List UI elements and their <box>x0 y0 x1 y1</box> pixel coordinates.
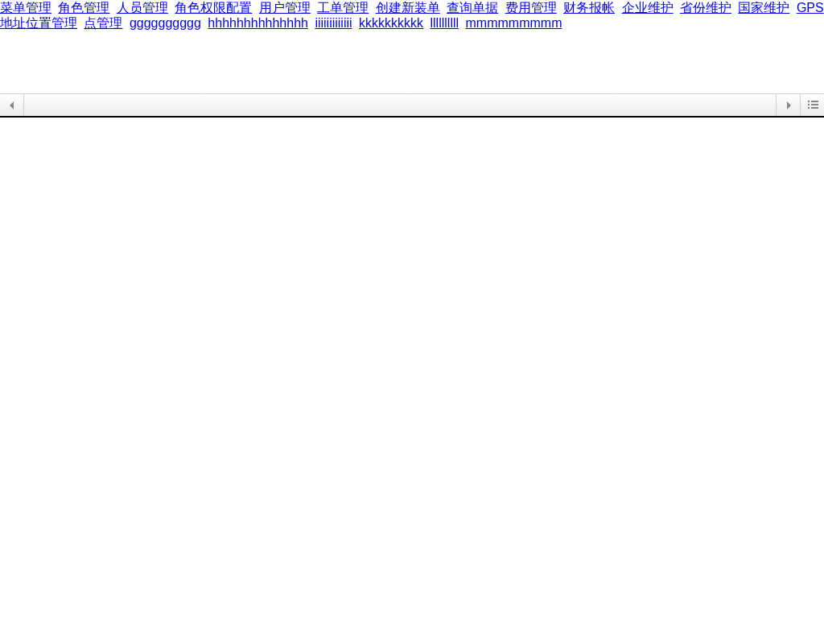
nav-link-i[interactable]: iiiiiiiiiiiii <box>315 16 352 30</box>
arrow-left-icon <box>9 98 15 113</box>
list-icon <box>807 98 818 113</box>
nav-link-point-mgmt[interactable]: 点管理 <box>84 16 122 30</box>
tab-scroll-left-button[interactable] <box>0 94 24 116</box>
svg-marker-1 <box>787 101 791 109</box>
svg-point-2 <box>807 101 809 102</box>
nav-link-enterprise-maint[interactable]: 企业维护 <box>622 1 674 14</box>
nav-link-workorder-mgmt[interactable]: 工单管理 <box>317 1 369 14</box>
tab-bar <box>0 93 824 118</box>
nav-link-fee-mgmt[interactable]: 费用管理 <box>505 1 557 14</box>
nav-link-role-mgmt[interactable]: 角色管理 <box>58 1 109 14</box>
svg-marker-0 <box>10 101 14 109</box>
nav-link-role-perm[interactable]: 角色权限配置 <box>175 1 252 14</box>
nav-link-province-maint[interactable]: 省份维护 <box>680 1 731 14</box>
tab-strip <box>24 94 776 116</box>
nav-link-g[interactable]: gggggggggg <box>130 16 201 30</box>
svg-rect-3 <box>811 101 818 102</box>
tab-scroll-right-button[interactable] <box>776 94 800 116</box>
tab-menu-button[interactable] <box>800 94 824 116</box>
nav-link-h[interactable]: hhhhhhhhhhhhhh <box>208 16 308 30</box>
nav-link-k[interactable]: kkkkkkkkkk <box>359 16 423 30</box>
nav-link-query-doc[interactable]: 查询单据 <box>447 1 498 14</box>
nav-link-person-mgmt[interactable]: 人员管理 <box>117 1 168 14</box>
arrow-right-icon <box>785 98 792 113</box>
nav-link-l[interactable]: llllllllll <box>431 16 459 30</box>
svg-point-4 <box>807 104 809 105</box>
nav-link-finance-report[interactable]: 财务报帐 <box>563 1 615 14</box>
svg-rect-7 <box>811 107 818 109</box>
svg-rect-5 <box>811 104 818 105</box>
nav-link-user-mgmt[interactable]: 用户管理 <box>259 1 311 14</box>
nav-link-menu-mgmt[interactable]: 菜单管理 <box>0 1 52 14</box>
nav-link-create-install[interactable]: 创建新装单 <box>376 1 440 14</box>
svg-point-6 <box>807 107 809 109</box>
nav-link-country-maint[interactable]: 国家维护 <box>738 1 789 14</box>
nav-links-container: 菜单管理 角色管理 人员管理 角色权限配置 用户管理 工单管理 创建新装单 查询… <box>0 0 824 31</box>
nav-link-m[interactable]: mmmmmmmmm <box>466 16 562 30</box>
